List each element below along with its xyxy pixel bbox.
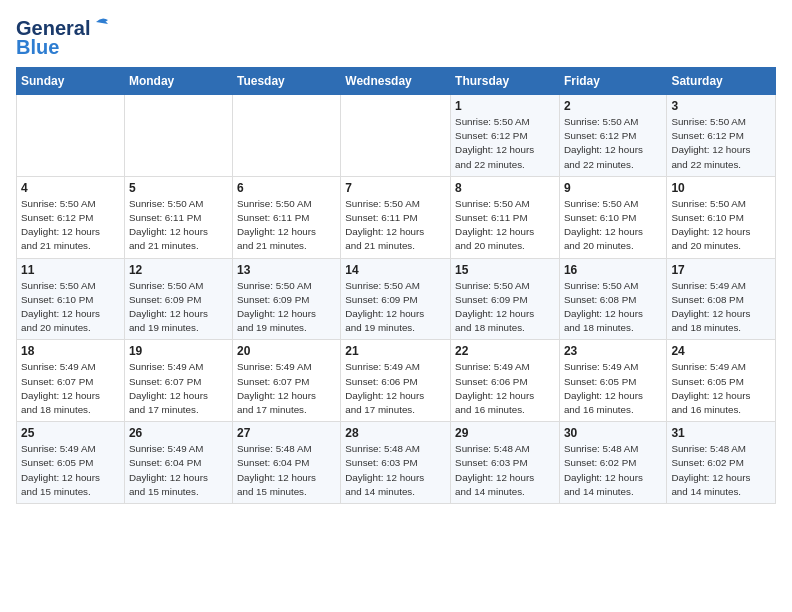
day-info: Sunrise: 5:49 AM Sunset: 6:08 PM Dayligh…	[671, 279, 771, 336]
day-info: Sunrise: 5:50 AM Sunset: 6:11 PM Dayligh…	[129, 197, 228, 254]
day-number: 18	[21, 344, 120, 358]
day-number: 17	[671, 263, 771, 277]
day-number: 19	[129, 344, 228, 358]
day-cell	[232, 95, 340, 177]
col-header-thursday: Thursday	[451, 68, 560, 95]
day-cell: 11Sunrise: 5:50 AM Sunset: 6:10 PM Dayli…	[17, 258, 125, 340]
day-cell: 13Sunrise: 5:50 AM Sunset: 6:09 PM Dayli…	[232, 258, 340, 340]
day-number: 23	[564, 344, 662, 358]
col-header-tuesday: Tuesday	[232, 68, 340, 95]
day-number: 4	[21, 181, 120, 195]
day-cell: 8Sunrise: 5:50 AM Sunset: 6:11 PM Daylig…	[451, 176, 560, 258]
day-info: Sunrise: 5:50 AM Sunset: 6:12 PM Dayligh…	[671, 115, 771, 172]
day-number: 26	[129, 426, 228, 440]
day-number: 5	[129, 181, 228, 195]
day-cell: 12Sunrise: 5:50 AM Sunset: 6:09 PM Dayli…	[124, 258, 232, 340]
day-number: 14	[345, 263, 446, 277]
day-info: Sunrise: 5:50 AM Sunset: 6:09 PM Dayligh…	[129, 279, 228, 336]
day-info: Sunrise: 5:48 AM Sunset: 6:04 PM Dayligh…	[237, 442, 336, 499]
day-cell: 4Sunrise: 5:50 AM Sunset: 6:12 PM Daylig…	[17, 176, 125, 258]
day-cell: 25Sunrise: 5:49 AM Sunset: 6:05 PM Dayli…	[17, 422, 125, 504]
day-info: Sunrise: 5:50 AM Sunset: 6:10 PM Dayligh…	[21, 279, 120, 336]
day-info: Sunrise: 5:50 AM Sunset: 6:08 PM Dayligh…	[564, 279, 662, 336]
day-cell: 20Sunrise: 5:49 AM Sunset: 6:07 PM Dayli…	[232, 340, 340, 422]
day-cell: 15Sunrise: 5:50 AM Sunset: 6:09 PM Dayli…	[451, 258, 560, 340]
page-header: General Blue	[16, 16, 776, 59]
day-number: 13	[237, 263, 336, 277]
day-info: Sunrise: 5:50 AM Sunset: 6:10 PM Dayligh…	[671, 197, 771, 254]
week-row-5: 25Sunrise: 5:49 AM Sunset: 6:05 PM Dayli…	[17, 422, 776, 504]
day-cell: 5Sunrise: 5:50 AM Sunset: 6:11 PM Daylig…	[124, 176, 232, 258]
day-info: Sunrise: 5:48 AM Sunset: 6:02 PM Dayligh…	[671, 442, 771, 499]
day-info: Sunrise: 5:50 AM Sunset: 6:12 PM Dayligh…	[455, 115, 555, 172]
day-number: 9	[564, 181, 662, 195]
day-cell: 23Sunrise: 5:49 AM Sunset: 6:05 PM Dayli…	[559, 340, 666, 422]
day-cell: 30Sunrise: 5:48 AM Sunset: 6:02 PM Dayli…	[559, 422, 666, 504]
day-cell: 2Sunrise: 5:50 AM Sunset: 6:12 PM Daylig…	[559, 95, 666, 177]
day-number: 12	[129, 263, 228, 277]
day-info: Sunrise: 5:49 AM Sunset: 6:06 PM Dayligh…	[455, 360, 555, 417]
day-cell: 9Sunrise: 5:50 AM Sunset: 6:10 PM Daylig…	[559, 176, 666, 258]
day-number: 24	[671, 344, 771, 358]
day-number: 28	[345, 426, 446, 440]
day-info: Sunrise: 5:50 AM Sunset: 6:11 PM Dayligh…	[237, 197, 336, 254]
day-cell: 16Sunrise: 5:50 AM Sunset: 6:08 PM Dayli…	[559, 258, 666, 340]
day-cell: 29Sunrise: 5:48 AM Sunset: 6:03 PM Dayli…	[451, 422, 560, 504]
day-info: Sunrise: 5:49 AM Sunset: 6:07 PM Dayligh…	[237, 360, 336, 417]
col-header-monday: Monday	[124, 68, 232, 95]
day-number: 7	[345, 181, 446, 195]
day-number: 29	[455, 426, 555, 440]
day-info: Sunrise: 5:50 AM Sunset: 6:10 PM Dayligh…	[564, 197, 662, 254]
day-cell: 10Sunrise: 5:50 AM Sunset: 6:10 PM Dayli…	[667, 176, 776, 258]
day-info: Sunrise: 5:49 AM Sunset: 6:04 PM Dayligh…	[129, 442, 228, 499]
logo: General Blue	[16, 16, 112, 59]
day-info: Sunrise: 5:50 AM Sunset: 6:11 PM Dayligh…	[345, 197, 446, 254]
col-header-saturday: Saturday	[667, 68, 776, 95]
day-info: Sunrise: 5:50 AM Sunset: 6:09 PM Dayligh…	[237, 279, 336, 336]
day-number: 3	[671, 99, 771, 113]
day-cell	[17, 95, 125, 177]
day-number: 20	[237, 344, 336, 358]
col-header-sunday: Sunday	[17, 68, 125, 95]
day-cell: 3Sunrise: 5:50 AM Sunset: 6:12 PM Daylig…	[667, 95, 776, 177]
day-number: 1	[455, 99, 555, 113]
day-info: Sunrise: 5:50 AM Sunset: 6:09 PM Dayligh…	[455, 279, 555, 336]
day-number: 8	[455, 181, 555, 195]
logo-blue: Blue	[16, 36, 59, 59]
day-cell: 7Sunrise: 5:50 AM Sunset: 6:11 PM Daylig…	[341, 176, 451, 258]
day-number: 31	[671, 426, 771, 440]
day-info: Sunrise: 5:50 AM Sunset: 6:12 PM Dayligh…	[564, 115, 662, 172]
day-info: Sunrise: 5:50 AM Sunset: 6:11 PM Dayligh…	[455, 197, 555, 254]
day-cell: 1Sunrise: 5:50 AM Sunset: 6:12 PM Daylig…	[451, 95, 560, 177]
day-info: Sunrise: 5:49 AM Sunset: 6:07 PM Dayligh…	[21, 360, 120, 417]
logo-container: General Blue	[16, 16, 112, 59]
col-header-wednesday: Wednesday	[341, 68, 451, 95]
week-row-3: 11Sunrise: 5:50 AM Sunset: 6:10 PM Dayli…	[17, 258, 776, 340]
day-info: Sunrise: 5:48 AM Sunset: 6:02 PM Dayligh…	[564, 442, 662, 499]
day-number: 6	[237, 181, 336, 195]
day-info: Sunrise: 5:50 AM Sunset: 6:09 PM Dayligh…	[345, 279, 446, 336]
calendar-header-row: SundayMondayTuesdayWednesdayThursdayFrid…	[17, 68, 776, 95]
day-info: Sunrise: 5:49 AM Sunset: 6:05 PM Dayligh…	[21, 442, 120, 499]
day-info: Sunrise: 5:49 AM Sunset: 6:05 PM Dayligh…	[671, 360, 771, 417]
day-cell: 14Sunrise: 5:50 AM Sunset: 6:09 PM Dayli…	[341, 258, 451, 340]
day-cell	[124, 95, 232, 177]
day-info: Sunrise: 5:50 AM Sunset: 6:12 PM Dayligh…	[21, 197, 120, 254]
day-info: Sunrise: 5:48 AM Sunset: 6:03 PM Dayligh…	[455, 442, 555, 499]
day-number: 11	[21, 263, 120, 277]
day-cell: 21Sunrise: 5:49 AM Sunset: 6:06 PM Dayli…	[341, 340, 451, 422]
col-header-friday: Friday	[559, 68, 666, 95]
day-number: 16	[564, 263, 662, 277]
day-cell: 31Sunrise: 5:48 AM Sunset: 6:02 PM Dayli…	[667, 422, 776, 504]
day-cell: 22Sunrise: 5:49 AM Sunset: 6:06 PM Dayli…	[451, 340, 560, 422]
calendar-table: SundayMondayTuesdayWednesdayThursdayFrid…	[16, 67, 776, 504]
day-cell: 6Sunrise: 5:50 AM Sunset: 6:11 PM Daylig…	[232, 176, 340, 258]
week-row-1: 1Sunrise: 5:50 AM Sunset: 6:12 PM Daylig…	[17, 95, 776, 177]
logo-bird-icon	[92, 16, 112, 40]
day-number: 21	[345, 344, 446, 358]
day-info: Sunrise: 5:48 AM Sunset: 6:03 PM Dayligh…	[345, 442, 446, 499]
day-cell: 24Sunrise: 5:49 AM Sunset: 6:05 PM Dayli…	[667, 340, 776, 422]
week-row-4: 18Sunrise: 5:49 AM Sunset: 6:07 PM Dayli…	[17, 340, 776, 422]
day-cell	[341, 95, 451, 177]
day-cell: 17Sunrise: 5:49 AM Sunset: 6:08 PM Dayli…	[667, 258, 776, 340]
